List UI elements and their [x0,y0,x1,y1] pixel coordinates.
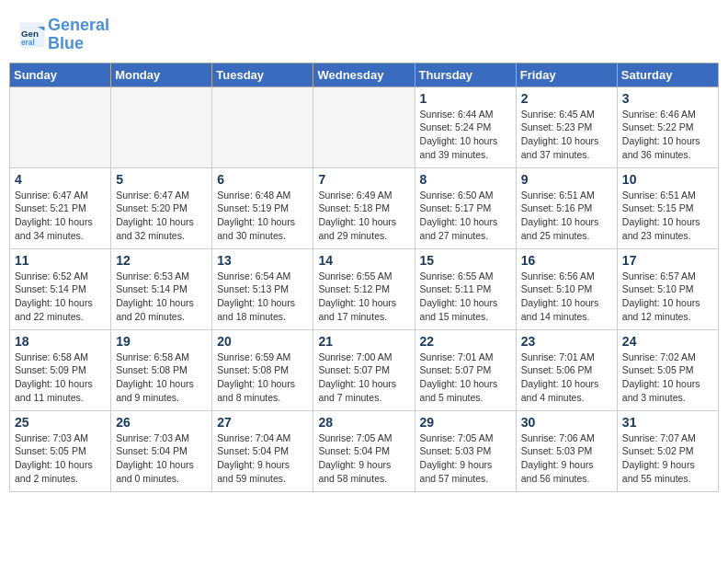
week-row-4: 18Sunrise: 6:58 AM Sunset: 5:09 PM Dayli… [10,329,719,410]
calendar-cell: 22Sunrise: 7:01 AM Sunset: 5:07 PM Dayli… [415,329,516,410]
weekday-header-saturday: Saturday [617,63,718,86]
day-info: Sunrise: 6:47 AM Sunset: 5:21 PM Dayligh… [15,189,106,243]
calendar-cell: 15Sunrise: 6:55 AM Sunset: 5:11 PM Dayli… [415,248,516,329]
weekday-header-wednesday: Wednesday [313,63,415,86]
calendar-cell: 18Sunrise: 6:58 AM Sunset: 5:09 PM Dayli… [10,329,111,410]
day-info: Sunrise: 6:51 AM Sunset: 5:16 PM Dayligh… [521,189,612,243]
calendar-cell: 23Sunrise: 7:01 AM Sunset: 5:06 PM Dayli… [516,329,617,410]
calendar-cell: 10Sunrise: 6:51 AM Sunset: 5:15 PM Dayli… [617,167,718,248]
day-info: Sunrise: 6:50 AM Sunset: 5:17 PM Dayligh… [420,189,511,243]
logo-text: GeneralBlue [48,17,109,53]
calendar-cell: 7Sunrise: 6:49 AM Sunset: 5:18 PM Daylig… [313,167,415,248]
day-info: Sunrise: 6:45 AM Sunset: 5:23 PM Dayligh… [521,108,612,162]
day-number: 14 [318,253,409,268]
calendar-cell: 5Sunrise: 6:47 AM Sunset: 5:20 PM Daylig… [111,167,212,248]
calendar-cell: 30Sunrise: 7:06 AM Sunset: 5:03 PM Dayli… [516,410,617,491]
calendar-cell [111,86,212,167]
svg-text:Gen: Gen [21,28,39,38]
weekday-header-friday: Friday [516,63,617,86]
day-number: 7 [318,172,409,187]
day-info: Sunrise: 7:03 AM Sunset: 5:04 PM Dayligh… [116,431,207,486]
calendar-cell: 1Sunrise: 6:44 AM Sunset: 5:24 PM Daylig… [415,86,516,167]
day-info: Sunrise: 6:55 AM Sunset: 5:12 PM Dayligh… [318,270,409,324]
calendar-cell: 24Sunrise: 7:02 AM Sunset: 5:05 PM Dayli… [617,329,718,410]
day-info: Sunrise: 6:53 AM Sunset: 5:14 PM Dayligh… [116,270,207,324]
week-row-5: 25Sunrise: 7:03 AM Sunset: 5:05 PM Dayli… [10,410,719,491]
calendar-cell [10,86,111,167]
weekday-header-tuesday: Tuesday [212,63,313,86]
day-info: Sunrise: 6:54 AM Sunset: 5:13 PM Dayligh… [217,270,308,324]
page-header: Gen eral GeneralBlue [9,9,719,57]
day-info: Sunrise: 7:06 AM Sunset: 5:03 PM Dayligh… [521,431,612,486]
day-info: Sunrise: 6:52 AM Sunset: 5:14 PM Dayligh… [15,270,106,324]
calendar-cell: 12Sunrise: 6:53 AM Sunset: 5:14 PM Dayli… [111,248,212,329]
day-number: 24 [622,334,713,349]
day-number: 11 [15,253,106,268]
day-info: Sunrise: 7:05 AM Sunset: 5:03 PM Dayligh… [420,431,511,486]
day-number: 6 [217,172,308,187]
calendar-cell: 4Sunrise: 6:47 AM Sunset: 5:21 PM Daylig… [10,167,111,248]
day-info: Sunrise: 6:46 AM Sunset: 5:22 PM Dayligh… [622,108,713,162]
week-row-3: 11Sunrise: 6:52 AM Sunset: 5:14 PM Dayli… [10,248,719,329]
day-info: Sunrise: 6:47 AM Sunset: 5:20 PM Dayligh… [116,189,207,243]
svg-text:eral: eral [21,38,35,46]
day-info: Sunrise: 6:57 AM Sunset: 5:10 PM Dayligh… [622,270,713,324]
day-info: Sunrise: 6:51 AM Sunset: 5:15 PM Dayligh… [622,189,713,243]
day-number: 16 [521,253,612,268]
week-row-1: 1Sunrise: 6:44 AM Sunset: 5:24 PM Daylig… [10,86,719,167]
calendar-cell: 16Sunrise: 6:56 AM Sunset: 5:10 PM Dayli… [516,248,617,329]
calendar-cell: 13Sunrise: 6:54 AM Sunset: 5:13 PM Dayli… [212,248,313,329]
logo: Gen eral GeneralBlue [18,17,109,53]
day-number: 8 [420,172,511,187]
day-number: 10 [622,172,713,187]
day-info: Sunrise: 7:05 AM Sunset: 5:04 PM Dayligh… [318,431,409,486]
calendar-cell: 31Sunrise: 7:07 AM Sunset: 5:02 PM Dayli… [617,410,718,491]
day-info: Sunrise: 7:04 AM Sunset: 5:04 PM Dayligh… [217,431,308,486]
calendar-cell: 25Sunrise: 7:03 AM Sunset: 5:05 PM Dayli… [10,410,111,491]
weekday-header-thursday: Thursday [415,63,516,86]
calendar-cell: 17Sunrise: 6:57 AM Sunset: 5:10 PM Dayli… [617,248,718,329]
day-number: 30 [521,415,612,430]
day-info: Sunrise: 7:03 AM Sunset: 5:05 PM Dayligh… [15,431,106,486]
calendar-cell: 8Sunrise: 6:50 AM Sunset: 5:17 PM Daylig… [415,167,516,248]
day-number: 4 [15,172,106,187]
day-info: Sunrise: 7:00 AM Sunset: 5:07 PM Dayligh… [318,350,409,405]
day-number: 25 [15,415,106,430]
day-number: 20 [217,334,308,349]
day-info: Sunrise: 6:58 AM Sunset: 5:09 PM Dayligh… [15,350,106,405]
day-number: 18 [15,334,106,349]
day-number: 21 [318,334,409,349]
calendar-cell: 19Sunrise: 6:58 AM Sunset: 5:08 PM Dayli… [111,329,212,410]
day-info: Sunrise: 6:44 AM Sunset: 5:24 PM Dayligh… [420,108,511,162]
calendar-cell: 6Sunrise: 6:48 AM Sunset: 5:19 PM Daylig… [212,167,313,248]
week-row-2: 4Sunrise: 6:47 AM Sunset: 5:21 PM Daylig… [10,167,719,248]
day-number: 3 [622,91,713,106]
day-number: 17 [622,253,713,268]
calendar-cell: 2Sunrise: 6:45 AM Sunset: 5:23 PM Daylig… [516,86,617,167]
weekday-header-monday: Monday [111,63,212,86]
day-info: Sunrise: 7:07 AM Sunset: 5:02 PM Dayligh… [622,431,713,486]
day-info: Sunrise: 6:59 AM Sunset: 5:08 PM Dayligh… [217,350,308,405]
day-number: 12 [116,253,207,268]
day-number: 26 [116,415,207,430]
calendar-cell: 3Sunrise: 6:46 AM Sunset: 5:22 PM Daylig… [617,86,718,167]
calendar-cell: 20Sunrise: 6:59 AM Sunset: 5:08 PM Dayli… [212,329,313,410]
day-info: Sunrise: 6:58 AM Sunset: 5:08 PM Dayligh… [116,350,207,405]
calendar-table: SundayMondayTuesdayWednesdayThursdayFrid… [9,63,719,492]
day-info: Sunrise: 7:02 AM Sunset: 5:05 PM Dayligh… [622,350,713,405]
calendar-cell: 11Sunrise: 6:52 AM Sunset: 5:14 PM Dayli… [10,248,111,329]
calendar-cell: 27Sunrise: 7:04 AM Sunset: 5:04 PM Dayli… [212,410,313,491]
day-number: 19 [116,334,207,349]
day-number: 2 [521,91,612,106]
day-number: 27 [217,415,308,430]
day-info: Sunrise: 6:55 AM Sunset: 5:11 PM Dayligh… [420,270,511,324]
calendar-cell: 9Sunrise: 6:51 AM Sunset: 5:16 PM Daylig… [516,167,617,248]
day-info: Sunrise: 6:56 AM Sunset: 5:10 PM Dayligh… [521,270,612,324]
calendar-cell: 21Sunrise: 7:00 AM Sunset: 5:07 PM Dayli… [313,329,415,410]
day-number: 5 [116,172,207,187]
day-number: 15 [420,253,511,268]
day-info: Sunrise: 7:01 AM Sunset: 5:07 PM Dayligh… [420,350,511,405]
day-info: Sunrise: 6:49 AM Sunset: 5:18 PM Dayligh… [318,189,409,243]
day-number: 31 [622,415,713,430]
calendar-cell [212,86,313,167]
